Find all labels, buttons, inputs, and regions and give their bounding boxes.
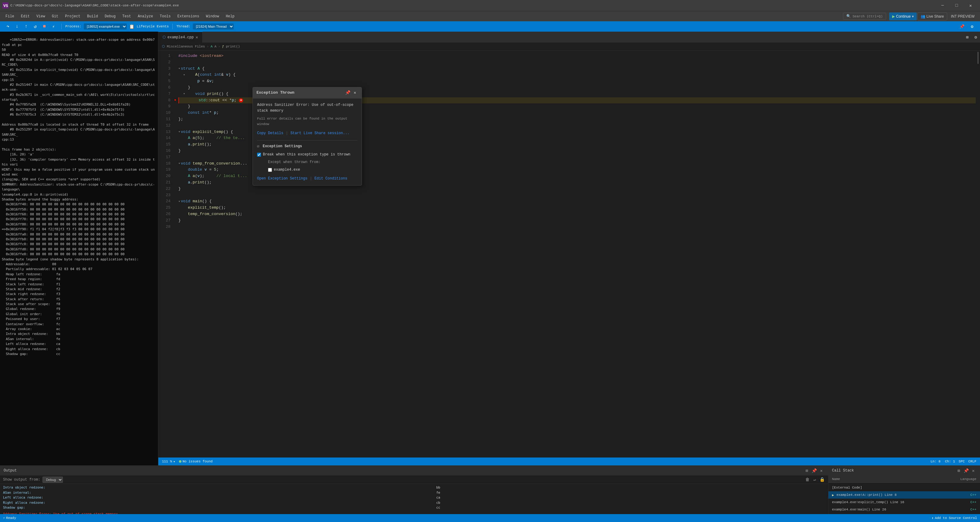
call-stack-columns: Name Language (828, 476, 980, 483)
code-editor[interactable]: 1 2 3 4 5 6 7 8 9 10 11 12 13 14 15 16 1… (158, 51, 980, 458)
output-word-wrap[interactable]: ↵ (811, 477, 818, 483)
thread-label: Thread: (176, 25, 190, 28)
output-options-button[interactable]: ⊞ (804, 468, 810, 474)
debug-hot-reload[interactable]: ⚡ (49, 22, 58, 31)
editor-area: ⬡ example4.cpp ✕ ⊞ ⚙ ⬡ Miscellaneous Fil… (158, 32, 980, 465)
menu-test[interactable]: Test (119, 13, 134, 20)
call-stack-close-button[interactable]: ✕ (970, 468, 976, 474)
breadcrumb-part1[interactable]: Miscellaneous Files (167, 45, 205, 48)
menu-tools[interactable]: Tools (157, 13, 174, 20)
cs-arrow-icon: ▶ (832, 493, 834, 497)
menu-build[interactable]: Build (84, 13, 101, 20)
col-indicator: Ch: 1 (945, 460, 955, 463)
zoom-dropdown-icon: ▾ (173, 460, 175, 464)
ready-indicator-icon: ⚡ (3, 516, 5, 520)
maximize-button[interactable]: □ (950, 0, 964, 11)
menu-window[interactable]: Window (203, 13, 222, 20)
tab-close-icon[interactable]: ✕ (196, 35, 198, 40)
menu-extensions[interactable]: Extensions (174, 13, 202, 20)
debug-pin[interactable]: 📌 (958, 22, 966, 31)
breadcrumb-part3[interactable]: print() (226, 45, 240, 48)
ready-status[interactable]: ⚡ Ready (3, 516, 16, 520)
menu-analyze[interactable]: Analyze (135, 13, 156, 20)
exception-popup: Exception Thrown 📌 ✕ Address Sanitizer E… (253, 87, 362, 185)
code-lines[interactable]: #include <iostream> ▾struct A { ▾ A(cons… (173, 51, 976, 458)
issues-count: No issues found (183, 460, 213, 463)
encoding-indicator[interactable]: CRLF (969, 460, 976, 463)
minimize-button[interactable]: ─ (935, 0, 950, 11)
cs-item-external-top[interactable]: [External Code] (828, 484, 980, 491)
exception-link-sep: | (286, 131, 288, 136)
debug-settings[interactable]: ⚙ (968, 22, 976, 31)
example4-exception-checkbox[interactable] (268, 168, 272, 172)
menu-edit[interactable]: Edit (18, 13, 33, 20)
output-val-4: cb (436, 500, 825, 506)
debug-step-out[interactable]: ↑ (22, 22, 30, 31)
breadcrumb-sep2: › (218, 45, 220, 48)
example4-exception-label: example4.exe (274, 167, 300, 173)
debug-bar: ↷ ↓ ↑ ↺ ■ ⚡ Process: [18652] example4.ex… (0, 21, 980, 32)
output-val-3: ca (436, 495, 825, 500)
call-stack-pin-button[interactable]: 📌 (963, 468, 969, 474)
menu-file[interactable]: File (2, 13, 18, 20)
spaces-indicator[interactable]: SPC (959, 460, 965, 463)
continue-button[interactable]: ▶ Continue ▾ (889, 13, 917, 21)
exception-close-button[interactable]: ✕ (352, 90, 358, 96)
edit-conditions-link[interactable]: Edit Conditions (315, 176, 347, 182)
tab-example4[interactable]: ⬡ example4.cpp ✕ (158, 32, 203, 43)
close-button[interactable]: ✕ (964, 0, 978, 11)
split-editor-button[interactable]: ⊞ (963, 33, 972, 42)
breadcrumb-icon: ⬡ (162, 45, 165, 48)
process-select[interactable]: [18652] example4.exe (84, 24, 127, 29)
break-when-thrown-checkbox[interactable] (257, 153, 261, 156)
editor-settings-button[interactable]: ⚙ (972, 33, 980, 42)
output-clear-button[interactable]: 🗑 (804, 477, 810, 483)
menu-project[interactable]: Project (62, 13, 83, 20)
output-pin-button[interactable]: 📌 (811, 468, 817, 474)
search-icon: 🔍 (846, 14, 851, 19)
exception-pin-button[interactable]: 📌 (345, 90, 351, 96)
menu-view[interactable]: View (33, 13, 48, 20)
exception-settings-title: ☑ Exception Settings (257, 144, 357, 149)
output-panel-header: Output ⊞ 📌 ✕ (0, 466, 828, 476)
output-toolbar: Show output from: Debug 🗑 ↵ 🔒 (0, 476, 828, 484)
breadcrumb-part2[interactable]: A (215, 45, 217, 48)
thread-select[interactable]: [21824] Main Thread (193, 24, 234, 29)
int-preview-button[interactable]: INT PREVIEW (948, 13, 978, 20)
terminal-pane: =18652==ERROR: AddressSanitizer: stack-u… (0, 32, 158, 465)
issues-indicator[interactable]: No issues found (179, 460, 213, 463)
debug-restart[interactable]: ↺ (31, 22, 40, 31)
call-stack-controls: ⊞ 📌 ✕ (956, 468, 976, 474)
search-box[interactable]: 🔍 Search (Ctrl+Q) (843, 13, 886, 20)
output-error-line: Address Sanitizer Error: Use of out-of-s… (3, 512, 825, 514)
output-close-button[interactable]: ✕ (818, 468, 824, 474)
live-share-button[interactable]: 👥 Live Share (917, 13, 947, 21)
cs-item-main[interactable]: example4.exe!main() Line 26 C++ (828, 506, 980, 513)
vs-icon: VS (2, 2, 8, 8)
tab-icon: ⬡ (162, 35, 165, 40)
zoom-value: 111 % (162, 460, 172, 463)
add-source-control[interactable]: ⬆ Add to Source Control (932, 516, 977, 520)
output-scroll-lock[interactable]: 🔒 (819, 477, 825, 483)
output-key-2: ASan internal: (3, 490, 430, 495)
cs-item-explicit-temp[interactable]: example4.exe!explicit_temp() Line 16 C++ (828, 498, 980, 506)
live-share-session-link[interactable]: Start Live Share session... (291, 131, 350, 136)
open-exception-settings-link[interactable]: Open Exception Settings (257, 176, 307, 182)
editor-scrollbar[interactable] (976, 51, 980, 458)
zoom-level[interactable]: 111 % ▾ (162, 460, 175, 464)
terminal-content: =18652==ERROR: AddressSanitizer: stack-u… (2, 38, 155, 356)
title-bar-controls: ─ □ ✕ (935, 0, 978, 11)
exception-links: Copy Details | Start Live Share session.… (257, 131, 357, 136)
cs-item-print[interactable]: ▶ example4.exe!A::print() Line 8 C++ (828, 491, 980, 498)
menu-git[interactable]: Git (49, 13, 61, 20)
debug-stop[interactable]: ■ (40, 22, 49, 31)
debug-step-into[interactable]: ↓ (13, 22, 21, 31)
output-title: Output (4, 468, 17, 473)
output-source-select[interactable]: Debug (43, 477, 63, 483)
call-stack-options-button[interactable]: ⊞ (956, 468, 962, 474)
line-col-indicator[interactable]: Ln: 8 Ch: 1 (931, 460, 955, 463)
debug-step-over[interactable]: ↷ (4, 22, 12, 31)
copy-details-link[interactable]: Copy Details (257, 131, 283, 136)
menu-debug[interactable]: Debug (102, 13, 119, 20)
menu-help[interactable]: Help (223, 13, 238, 20)
